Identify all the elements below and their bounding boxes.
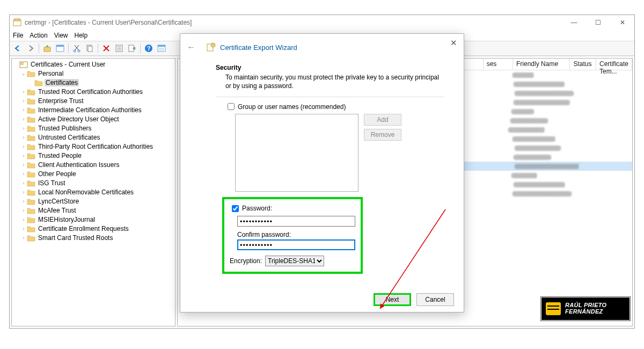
password-input[interactable]	[237, 216, 355, 227]
tree-label: Certificate Enrollment Requests	[37, 225, 130, 232]
properties-button[interactable]	[113, 42, 125, 54]
tree-label: MSIEHistoryJournal	[37, 216, 96, 223]
tree-item[interactable]: ›MSIEHistoryJournal	[12, 215, 175, 224]
menu-action[interactable]: Action	[30, 32, 47, 39]
expander-icon[interactable]: ›	[20, 107, 27, 113]
expander-icon[interactable]: ›	[20, 126, 27, 131]
expander-icon[interactable]: ›	[20, 89, 27, 94]
expander-icon[interactable]: ›	[20, 217, 27, 222]
folder-icon	[27, 143, 35, 150]
folder-icon	[27, 106, 35, 114]
password-group-highlight: Password: Confirm password: Encryption: …	[222, 197, 363, 274]
expander-icon[interactable]: ›	[20, 171, 27, 177]
cancel-button[interactable]: Cancel	[416, 293, 454, 306]
expander-icon[interactable]: ›	[20, 235, 27, 241]
maximize-button[interactable]: ☐	[586, 15, 610, 30]
expander-icon[interactable]: ›	[20, 226, 27, 231]
dialog-close-button[interactable]: ✕	[450, 38, 457, 48]
minimize-button[interactable]: —	[562, 15, 586, 30]
tree-item[interactable]: ›Trusted Root Certification Authorities	[12, 87, 175, 96]
password-checkbox[interactable]	[232, 205, 239, 212]
cut-button[interactable]	[71, 42, 83, 54]
tree-item[interactable]: ›Certificate Enrollment Requests	[12, 224, 175, 233]
tree-pane[interactable]: Certificates - Current User ⌄ Personal C…	[11, 58, 175, 326]
back-button[interactable]	[12, 42, 24, 54]
tree-item[interactable]: ›ISG Trust	[12, 178, 175, 187]
expander-icon[interactable]: ›	[20, 199, 27, 204]
tree-label: Untrusted Certificates	[37, 134, 101, 141]
security-heading: Security	[216, 64, 444, 71]
copy-button[interactable]	[84, 42, 96, 54]
tree-item[interactable]: ›Local NonRemovable Certificates	[12, 187, 175, 197]
folder-icon	[27, 179, 35, 187]
tree-root[interactable]: Certificates - Current User	[12, 60, 175, 69]
folder-icon	[27, 134, 35, 141]
tree-item[interactable]: ›Other People	[12, 169, 175, 178]
expander-icon[interactable]: ›	[20, 190, 27, 195]
up-button[interactable]	[41, 42, 53, 54]
expander-icon[interactable]: ›	[20, 153, 27, 158]
brand-badge: RAÚL PRIETO FERNÁNDEZ	[541, 297, 630, 321]
user-listbox[interactable]	[235, 114, 358, 192]
folder-icon	[27, 125, 35, 132]
confirm-password-input[interactable]	[237, 239, 355, 250]
delete-button[interactable]	[100, 42, 112, 54]
tree-label: LyncCertStore	[37, 198, 80, 205]
folder-icon	[27, 216, 35, 223]
tree-item[interactable]: ›Untrusted Certificates	[12, 133, 175, 142]
refresh-button[interactable]	[156, 42, 167, 54]
expander-icon[interactable]: ›	[20, 117, 27, 122]
tree-label: Certificates	[45, 79, 79, 86]
encryption-select[interactable]: TripleDES-SHA1	[265, 256, 324, 266]
expander-icon[interactable]: ›	[20, 162, 27, 168]
folder-icon	[27, 115, 35, 123]
export-wizard-dialog: ✕ ← Certificate Export Wizard Security T…	[180, 33, 464, 312]
expander-icon[interactable]: ›	[20, 180, 27, 186]
expander-icon[interactable]: ›	[20, 135, 27, 140]
user-list-section: Add Remove	[235, 114, 444, 192]
svg-rect-7	[88, 46, 92, 52]
tree-item[interactable]: ›Third-Party Root Certification Authorit…	[12, 142, 175, 151]
tree-item[interactable]: ›LyncCertStore	[12, 197, 175, 206]
folder-icon	[27, 170, 35, 178]
tree-personal[interactable]: ⌄ Personal	[12, 69, 175, 78]
tree-label: Local NonRemovable Certificates	[37, 188, 135, 196]
tree-item[interactable]: ›McAfee Trust	[12, 206, 175, 215]
menu-view[interactable]: View	[54, 32, 68, 39]
tree-item[interactable]: ›Enterprise Trust	[12, 96, 175, 105]
tree-label: Intermediate Certification Authorities	[37, 106, 143, 114]
export-button[interactable]	[126, 42, 138, 54]
col-purposes-tail[interactable]: ses	[483, 59, 513, 70]
wizard-body: Security To maintain security, you must …	[180, 61, 464, 286]
tree-label: Third-Party Root Certification Authoriti…	[37, 143, 154, 150]
col-friendly[interactable]: Friendly Name	[513, 59, 570, 70]
tree-label: Active Directory User Object	[37, 115, 120, 123]
wizard-buttons: Next Cancel	[180, 286, 464, 312]
group-users-label: Group or user names (recommended)	[238, 103, 346, 111]
brand-line2: FERNÁNDEZ	[565, 309, 606, 315]
brand-chip-icon	[546, 302, 561, 315]
expander-icon[interactable]: ›	[20, 208, 27, 213]
col-status[interactable]: Status	[570, 59, 596, 70]
next-button[interactable]: Next	[374, 293, 411, 306]
group-users-checkbox[interactable]	[228, 103, 235, 110]
close-button[interactable]: ✕	[610, 15, 634, 30]
tree-item[interactable]: ›Intermediate Certification Authorities	[12, 105, 175, 114]
tree-item[interactable]: ›Trusted Publishers	[12, 123, 175, 133]
back-arrow-icon[interactable]: ←	[187, 42, 197, 52]
tree-item[interactable]: ›Trusted People	[12, 151, 175, 160]
forward-button[interactable]	[25, 42, 36, 54]
tree-item[interactable]: ›Smart Card Trusted Roots	[12, 233, 175, 242]
expander-icon[interactable]: ⌄	[20, 71, 27, 76]
menu-help[interactable]: Help	[75, 32, 88, 39]
help-button[interactable]: ?	[143, 42, 155, 54]
expander-icon[interactable]: ›	[20, 98, 27, 104]
col-template[interactable]: Certificate Tem...	[596, 59, 632, 70]
expander-icon[interactable]: ›	[20, 144, 27, 149]
menu-file[interactable]: File	[13, 32, 23, 39]
svg-rect-18	[159, 49, 164, 50]
tree-item[interactable]: ›Client Authentication Issuers	[12, 160, 175, 169]
show-hide-tree-button[interactable]	[54, 42, 66, 54]
tree-certificates[interactable]: Certificates	[12, 78, 175, 87]
tree-item[interactable]: ›Active Directory User Object	[12, 114, 175, 123]
